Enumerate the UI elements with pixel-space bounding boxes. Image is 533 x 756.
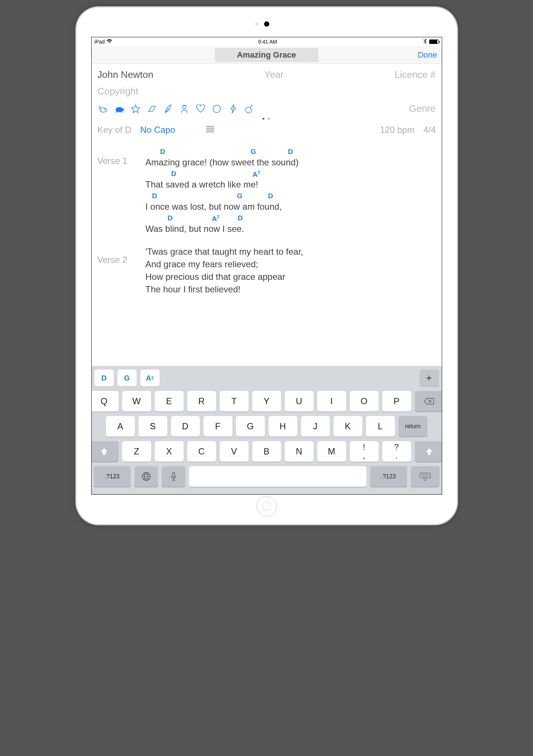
lyric-line[interactable]: DGDAmazing grace! (how sweet the sound) (146, 148, 436, 168)
heart-icon[interactable] (195, 104, 206, 114)
star-icon[interactable] (130, 104, 141, 114)
keyboard-key[interactable]: W (122, 391, 151, 412)
keyboard-key[interactable]: G (236, 416, 265, 437)
keyboard-key[interactable]: T (220, 391, 249, 412)
chord-label[interactable]: D (160, 148, 165, 156)
punct-key[interactable]: !, (350, 441, 379, 462)
bpm-field[interactable]: 120 bpm (380, 125, 414, 135)
lightning-icon[interactable] (228, 104, 239, 114)
bomb-icon[interactable] (244, 104, 255, 114)
space-key[interactable] (189, 466, 366, 487)
lyric-line[interactable]: 'Twas grace that taught my heart to fear… (146, 247, 436, 257)
genre-field[interactable]: Genre (409, 103, 435, 114)
shift-key[interactable] (415, 441, 442, 462)
person-icon[interactable] (179, 104, 190, 114)
keyboard-key[interactable]: M (317, 441, 346, 462)
shift-key[interactable] (91, 441, 119, 462)
chord-label[interactable]: G (237, 192, 243, 200)
eraser-icon[interactable] (146, 104, 157, 114)
carrier-label: iPad (95, 39, 105, 45)
section-label[interactable]: Verse 2 (98, 247, 146, 297)
keyboard-key[interactable]: S (139, 416, 167, 437)
svg-point-1 (105, 109, 105, 110)
key-picker[interactable]: Key of D (98, 125, 131, 135)
globe-key[interactable] (134, 466, 158, 487)
chord-suggestion-key[interactable]: D (95, 370, 114, 386)
return-key[interactable]: return (399, 416, 427, 437)
done-button[interactable]: Done (418, 50, 437, 60)
keyboard-key[interactable]: F (204, 416, 232, 437)
keyboard-key[interactable]: C (187, 441, 216, 462)
artist-field[interactable]: John Newton (98, 69, 154, 80)
licence-field[interactable]: Licence # (394, 69, 435, 80)
wifi-icon (106, 39, 112, 45)
rabbit-icon[interactable] (98, 104, 109, 114)
capo-picker[interactable]: No Capo (140, 125, 175, 135)
punct-key[interactable]: ?. (382, 441, 411, 462)
chord-label[interactable]: D (168, 214, 173, 222)
lyrics-editor[interactable]: Verse 1DGDAmazing grace! (how sweet the … (92, 140, 442, 366)
section-label[interactable]: Verse 1 (98, 148, 146, 236)
lyric-line[interactable]: The hour I first believed! (146, 284, 436, 295)
mode-key[interactable]: .?123 (94, 466, 131, 487)
view-lines-icon[interactable] (206, 126, 214, 134)
lyric-line[interactable]: DA7DWas blind, but now I see. (146, 214, 436, 234)
backspace-key[interactable] (415, 391, 442, 412)
keyboard-key[interactable]: P (382, 391, 411, 412)
chord-label[interactable]: A7 (212, 214, 220, 223)
keyboard-key[interactable]: Y (252, 391, 281, 412)
chord-label[interactable]: D (171, 170, 177, 178)
turtle-icon[interactable] (114, 104, 125, 114)
chord-suggestion-key[interactable]: A7 (140, 370, 160, 386)
keyboard-key[interactable]: B (252, 441, 281, 462)
keyboard-key[interactable]: R (187, 391, 216, 412)
keyboard-key[interactable]: A (106, 416, 135, 437)
ipad-frame: iPad 9:41 AM Amazing Grace Done John New… (76, 7, 457, 524)
svg-rect-15 (172, 472, 175, 477)
feather-icon[interactable] (163, 104, 174, 114)
song-title-input[interactable]: Amazing Grace (215, 48, 318, 62)
chord-label[interactable]: D (238, 214, 243, 222)
mic-key[interactable] (162, 466, 185, 487)
keyboard-key[interactable]: V (220, 441, 249, 462)
keyboard-key[interactable]: Q (91, 391, 119, 412)
lyric-line[interactable]: And grace my fears relieved; (146, 259, 436, 269)
home-button[interactable] (256, 496, 277, 517)
time-signature-field[interactable]: 4/4 (423, 125, 435, 135)
svg-rect-9 (206, 126, 214, 127)
keyboard-key[interactable]: J (301, 416, 330, 437)
chord-label[interactable]: G (251, 148, 256, 156)
keyboard-key[interactable]: H (269, 416, 297, 437)
lyric-line[interactable]: DGDI once was lost, but now am found, (146, 192, 436, 212)
chord-label[interactable]: D (268, 192, 273, 200)
chord-label[interactable]: D (152, 192, 157, 200)
bluetooth-icon (423, 38, 427, 45)
keyboard-key[interactable]: O (350, 391, 379, 412)
keyboard-key[interactable]: N (285, 441, 314, 462)
lyric-text: Amazing grace! (how sweet the sound) (146, 157, 436, 168)
keyboard-key[interactable]: X (155, 441, 184, 462)
lyric-line[interactable]: DA7That saved a wretch like me! (146, 170, 436, 190)
keyboard-key[interactable]: U (285, 391, 314, 412)
keyboard-key[interactable]: L (366, 416, 395, 437)
keyboard-key[interactable]: I (317, 391, 346, 412)
keyboard-key[interactable]: D (171, 416, 200, 437)
svg-rect-10 (206, 128, 214, 129)
circle-icon[interactable] (211, 104, 222, 114)
screen: iPad 9:41 AM Amazing Grace Done John New… (91, 37, 442, 495)
svg-rect-11 (206, 130, 214, 131)
keyboard-key[interactable]: E (155, 391, 184, 412)
meta-panel: John Newton Year Licence # Copyright (92, 64, 442, 140)
dismiss-keyboard-key[interactable] (411, 466, 440, 487)
copyright-field[interactable]: Copyright (98, 86, 139, 97)
mode-key[interactable]: .?123 (370, 466, 407, 487)
keyboard-key[interactable]: K (334, 416, 362, 437)
lyric-line[interactable]: How precious did that grace appear (146, 272, 436, 282)
year-field[interactable]: Year (264, 69, 284, 80)
status-bar: iPad 9:41 AM (92, 37, 442, 46)
chord-label[interactable]: A7 (253, 170, 260, 179)
chord-label[interactable]: D (288, 148, 293, 156)
chord-suggestion-key[interactable]: G (117, 370, 137, 386)
keyboard-key[interactable]: Z (122, 441, 151, 462)
add-chord-button[interactable]: + (420, 370, 439, 386)
